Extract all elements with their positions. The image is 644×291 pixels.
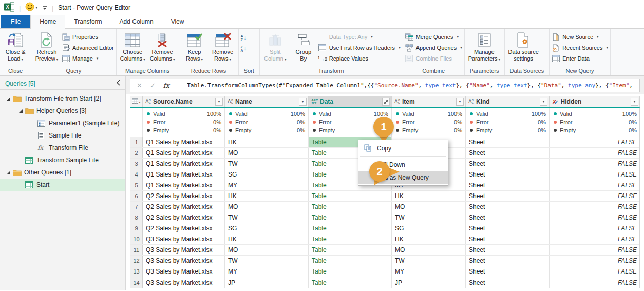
filter-button[interactable]: ▼ [215, 98, 223, 106]
row-number[interactable]: 7 [130, 202, 143, 212]
expander-icon[interactable] [18, 109, 25, 113]
cell-name[interactable]: MO [225, 148, 309, 158]
quick-access-toolbar-button[interactable] [42, 6, 47, 10]
cell-item[interactable]: TW [392, 256, 466, 266]
cell-hidden[interactable]: FALSE [550, 256, 640, 266]
row-number[interactable]: 13 [130, 266, 143, 277]
cell-item[interactable]: MY [392, 266, 466, 277]
append-queries-button[interactable]: Append Queries▾ [405, 44, 462, 52]
tab-transform[interactable]: Transform [65, 15, 110, 28]
manage-parameters-button[interactable]: Manage Parameters▾ [467, 30, 502, 63]
query-item-start[interactable]: Start [0, 179, 125, 191]
merge-queries-button[interactable]: Merge Queries▾ [405, 33, 462, 41]
expand-column-button[interactable] [382, 98, 390, 106]
cell-data-table-link[interactable]: Table [309, 202, 392, 212]
row-number[interactable]: 5 [130, 180, 143, 190]
filter-button[interactable]: ▼ [540, 98, 547, 106]
cell-name[interactable]: MY [225, 180, 309, 190]
cell-hidden[interactable]: FALSE [550, 277, 640, 288]
replace-values-button[interactable]: 1→2 Replace Values [318, 54, 401, 63]
commit-formula-icon[interactable]: ✓ [150, 82, 156, 89]
cell-hidden[interactable]: FALSE [550, 180, 640, 190]
cell-kind[interactable]: Sheet [466, 137, 550, 147]
expander-icon[interactable] [6, 96, 13, 101]
cell-data-table-link[interactable]: Table [309, 234, 392, 244]
cell-kind[interactable]: Sheet [466, 212, 550, 223]
cell-name[interactable]: HK [225, 234, 309, 244]
tab-view[interactable]: View [162, 15, 193, 28]
cell-data-table-link[interactable]: Table [309, 212, 392, 223]
cell-kind[interactable]: Sheet [466, 277, 550, 288]
new-source-button[interactable]: New Source▾ [552, 33, 608, 41]
cell-hidden[interactable]: FALSE [550, 148, 640, 158]
enter-data-button[interactable]: Enter Data [552, 54, 608, 63]
recent-sources-button[interactable]: Recent Sources▾ [552, 44, 608, 52]
cell-source-name[interactable]: Q3 Sales by Market.xlsx [143, 245, 225, 255]
close-load-button[interactable]: Close & Load▾ [2, 30, 29, 63]
data-source-settings-button[interactable]: Data source settings [507, 30, 540, 62]
cell-kind[interactable]: Sheet [466, 256, 550, 266]
cell-data-table-link[interactable]: Table [309, 256, 392, 266]
cell-kind[interactable]: Sheet [466, 159, 550, 169]
cell-source-name[interactable]: Q1 Sales by Market.xlsx [143, 137, 225, 147]
cell-hidden[interactable]: FALSE [550, 223, 640, 234]
cell-kind[interactable]: Sheet [466, 266, 550, 277]
cell-source-name[interactable]: Q3 Sales by Market.xlsx [143, 277, 225, 288]
data-type-any-button[interactable]: Data Type: Any▾ [318, 33, 401, 41]
cell-name[interactable]: JP [225, 277, 309, 288]
menu-item-copy[interactable]: Copy [358, 142, 448, 154]
combine-files-button[interactable]: Combine Files [405, 54, 462, 63]
cell-hidden[interactable]: FALSE [550, 245, 640, 255]
cell-hidden[interactable]: FALSE [550, 191, 640, 201]
properties-button[interactable]: Properties [62, 33, 114, 41]
cell-name[interactable]: MO [225, 202, 309, 212]
cell-source-name[interactable]: Q2 Sales by Market.xlsx [143, 223, 225, 234]
column-header-source-name[interactable]: ABC Source.Name▼ [143, 96, 225, 107]
formula-input[interactable]: = Table.TransformColumnTypes(#"Expanded … [176, 79, 640, 92]
tab-home[interactable]: Home [30, 15, 65, 29]
use-first-row-as-headers-button[interactable]: Use First Row as Headers▾ [318, 44, 401, 52]
cell-source-name[interactable]: Q3 Sales by Market.xlsx [143, 256, 225, 266]
cell-item[interactable]: HK [392, 234, 466, 244]
cell-kind[interactable]: Sheet [466, 180, 550, 190]
cell-name[interactable]: MO [225, 245, 309, 255]
cell-name[interactable]: SG [225, 223, 309, 234]
column-header-kind[interactable]: ABC Kind▼ [466, 96, 550, 107]
cell-data-table-link[interactable]: Table [309, 245, 392, 255]
split-column-button[interactable]: Split Column▾ [262, 30, 289, 63]
cell-item[interactable]: SG [392, 223, 466, 234]
group-by-button[interactable]: Group By [290, 30, 317, 62]
cell-kind[interactable]: Sheet [466, 223, 550, 234]
row-number[interactable]: 1 [130, 137, 143, 147]
row-number[interactable]: 2 [130, 148, 143, 158]
column-header-item[interactable]: ABC Item▼ [392, 96, 466, 107]
cell-source-name[interactable]: Q1 Sales by Market.xlsx [143, 169, 225, 180]
cell-hidden[interactable]: FALSE [550, 202, 640, 212]
cell-data-table-link[interactable]: Table [309, 277, 392, 288]
cell-name[interactable]: SG [225, 169, 309, 180]
filter-button[interactable]: ▼ [456, 98, 464, 106]
cell-kind[interactable]: Sheet [466, 234, 550, 244]
cell-hidden[interactable]: FALSE [550, 137, 640, 147]
query-item-helper-queries-3[interactable]: Helper Queries [3] [0, 105, 125, 117]
expander-icon[interactable] [6, 170, 13, 175]
collapse-pane-icon[interactable] [116, 80, 120, 87]
manage-button[interactable]: Manage▾ [62, 54, 114, 63]
row-number[interactable]: 4 [130, 169, 143, 180]
cell-data-table-link[interactable]: Table [309, 191, 392, 201]
choose-columns-button[interactable]: Choose Columns▾ [119, 30, 147, 63]
cell-item[interactable]: HK [392, 191, 466, 201]
remove-columns-button[interactable]: Remove Columns▾ [148, 30, 177, 63]
cell-name[interactable]: MY [225, 266, 309, 277]
cell-hidden[interactable]: FALSE [550, 159, 640, 169]
cell-source-name[interactable]: Q2 Sales by Market.xlsx [143, 202, 225, 212]
cell-name[interactable]: TW [225, 159, 309, 169]
query-item-sample-file[interactable]: Sample File [0, 129, 125, 142]
filter-button[interactable]: ▼ [299, 98, 307, 106]
cell-kind[interactable]: Sheet [466, 148, 550, 158]
cell-source-name[interactable]: Q3 Sales by Market.xlsx [143, 234, 225, 244]
row-number[interactable]: 10 [130, 234, 143, 244]
sort-az-button[interactable]: AZ↓ [241, 34, 247, 42]
cell-source-name[interactable]: Q2 Sales by Market.xlsx [143, 191, 225, 201]
cell-hidden[interactable]: FALSE [550, 266, 640, 277]
